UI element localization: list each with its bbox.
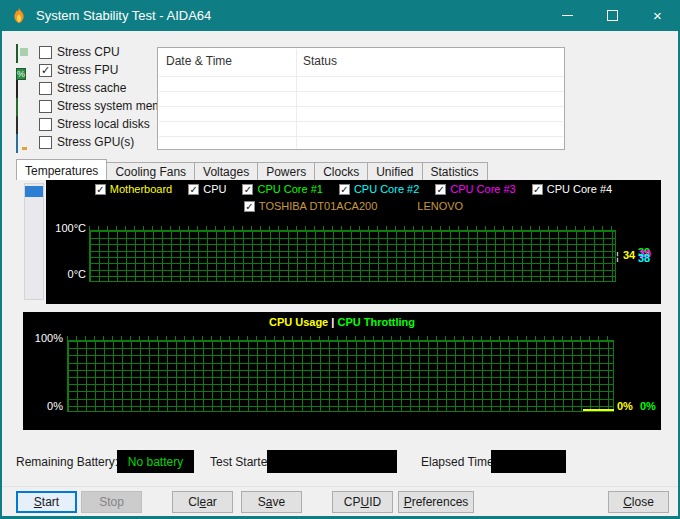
log-column-datetime: Date & Time <box>166 54 232 68</box>
tab-clocks[interactable]: Clocks <box>314 162 368 180</box>
legend-cpu-core-1-checkbox[interactable]: ✓ <box>242 184 253 195</box>
cpu-usage-title: CPU Usage | CPU Throttling <box>23 316 661 328</box>
close-button[interactable]: × <box>635 0 680 31</box>
temperature-legend-row-1: ✓Motherboard ✓CPU ✓CPU Core #1 ✓CPU Core… <box>46 183 661 195</box>
graph-tabs: Temperatures Cooling Fans Voltages Power… <box>16 159 487 180</box>
preferences-button[interactable]: Preferences <box>398 491 474 513</box>
stress-cache-row[interactable]: Stress cache <box>16 80 126 96</box>
stress-fpu-checkbox[interactable]: ✓ <box>39 64 52 77</box>
cpu-usage-label: CPU Usage <box>269 316 328 328</box>
window-title: System Stability Test - AIDA64 <box>36 8 211 23</box>
legend-cpu-checkbox[interactable]: ✓ <box>188 184 199 195</box>
legend-lenovo[interactable]: LENOVO <box>417 200 463 212</box>
stress-memory-row[interactable]: Stress system memory <box>16 98 179 114</box>
cpu-throttling-label: CPU Throttling <box>337 316 415 328</box>
stress-gpu-label: Stress GPU(s) <box>57 135 134 149</box>
elapsed-time-value <box>491 450 566 473</box>
remaining-battery-value: No battery <box>117 450 194 473</box>
stress-cpu-label: Stress CPU <box>57 45 120 59</box>
tab-cooling-fans[interactable]: Cooling Fans <box>106 162 195 180</box>
graph-scrollbar-thumb[interactable] <box>25 186 43 197</box>
temperature-value-motherboard: 34 <box>623 249 635 261</box>
stress-gpu-row[interactable]: Stress GPU(s) <box>16 134 134 150</box>
aida64-flame-icon <box>10 7 28 25</box>
minimize-button[interactable] <box>545 0 590 31</box>
cpu-throttling-value: 0% <box>640 400 656 412</box>
log-column-status: Status <box>303 54 337 68</box>
legend-cpu-core-4[interactable]: ✓CPU Core #4 <box>532 183 612 195</box>
gpu-icon <box>16 135 33 150</box>
log-column-divider <box>296 49 297 148</box>
temperature-axis-max: 100°C <box>46 222 86 234</box>
graph-scrollbar[interactable] <box>24 183 44 300</box>
temperature-tick-mark: ¦ <box>616 250 619 262</box>
table-row <box>159 76 563 77</box>
stress-fpu-label: Stress FPU <box>57 63 118 77</box>
save-button[interactable]: Save <box>241 491 302 513</box>
legend-cpu-core-2[interactable]: ✓CPU Core #2 <box>339 183 419 195</box>
temperature-grid <box>89 230 616 282</box>
table-row <box>159 106 563 107</box>
usage-axis-max: 100% <box>23 332 63 344</box>
start-button[interactable]: Start <box>16 491 77 513</box>
stress-disks-label: Stress local disks <box>57 117 150 131</box>
usage-title-separator: | <box>331 316 334 328</box>
legend-cpu-core-1[interactable]: ✓CPU Core #1 <box>242 183 322 195</box>
close-icon: × <box>653 8 662 23</box>
stress-fpu-row[interactable]: % ✓ Stress FPU <box>16 62 118 78</box>
cpu-usage-trace <box>583 409 614 411</box>
table-row <box>159 136 563 137</box>
tab-voltages[interactable]: Voltages <box>194 162 258 180</box>
tab-temperatures[interactable]: Temperatures <box>16 159 107 180</box>
fpu-icon: % <box>16 63 33 78</box>
tab-unified[interactable]: Unified <box>367 162 422 180</box>
table-row <box>159 121 563 122</box>
cpuid-button[interactable]: CPUID <box>332 491 393 513</box>
legend-cpu-core-2-checkbox[interactable]: ✓ <box>339 184 350 195</box>
remaining-battery-label: Remaining Battery: <box>16 455 118 469</box>
log-table-header: Date & Time Status <box>158 48 564 74</box>
legend-cpu-core-3[interactable]: ✓CPU Core #3 <box>435 183 515 195</box>
cache-icon <box>16 81 33 96</box>
disk-icon <box>16 117 33 132</box>
usage-axis-min: 0% <box>23 400 63 412</box>
footer-divider <box>2 486 678 487</box>
tab-powers[interactable]: Powers <box>257 162 315 180</box>
temperature-legend-row-2: ✓TOSHIBA DT01ACA200 LENOVO <box>46 200 661 212</box>
test-started-value <box>267 450 397 473</box>
minimize-icon <box>562 15 573 16</box>
legend-motherboard-checkbox[interactable]: ✓ <box>95 184 106 195</box>
close-dialog-button[interactable]: Close <box>608 491 669 513</box>
system-stability-test-window: System Stability Test - AIDA64 × Stress … <box>0 0 680 519</box>
maximize-button[interactable] <box>590 0 635 31</box>
titlebar[interactable]: System Stability Test - AIDA64 × <box>0 0 680 31</box>
maximize-icon <box>607 10 618 21</box>
stress-cache-checkbox[interactable] <box>39 82 52 95</box>
stress-memory-checkbox[interactable] <box>39 100 52 113</box>
stress-gpu-checkbox[interactable] <box>39 136 52 149</box>
stress-cache-label: Stress cache <box>57 81 126 95</box>
temperature-axis-min: 0°C <box>46 268 86 280</box>
legend-toshiba-checkbox[interactable]: ✓ <box>244 201 255 212</box>
clear-button[interactable]: Clear <box>172 491 233 513</box>
elapsed-time-label: Elapsed Time: <box>421 455 497 469</box>
stress-cpu-checkbox[interactable] <box>39 46 52 59</box>
legend-toshiba-disk[interactable]: ✓TOSHIBA DT01ACA200 <box>244 200 377 212</box>
usage-grid <box>67 340 614 412</box>
table-row <box>159 91 563 92</box>
legend-cpu-core-3-checkbox[interactable]: ✓ <box>435 184 446 195</box>
stress-disks-checkbox[interactable] <box>39 118 52 131</box>
temperature-value-core2: 38 <box>638 252 650 264</box>
legend-cpu-core-4-checkbox[interactable]: ✓ <box>532 184 543 195</box>
legend-cpu[interactable]: ✓CPU <box>188 183 226 195</box>
event-log-table[interactable]: Date & Time Status <box>157 47 565 150</box>
cpu-icon <box>16 45 33 60</box>
temperature-graph-panel: ✓Motherboard ✓CPU ✓CPU Core #1 ✓CPU Core… <box>46 180 661 304</box>
cpu-usage-value: 0% <box>617 400 633 412</box>
stop-button[interactable]: Stop <box>81 491 142 513</box>
stress-disks-row[interactable]: Stress local disks <box>16 116 150 132</box>
tab-statistics[interactable]: Statistics <box>422 162 488 180</box>
memory-icon <box>16 99 33 114</box>
legend-motherboard[interactable]: ✓Motherboard <box>95 183 172 195</box>
stress-cpu-row[interactable]: Stress CPU <box>16 44 120 60</box>
